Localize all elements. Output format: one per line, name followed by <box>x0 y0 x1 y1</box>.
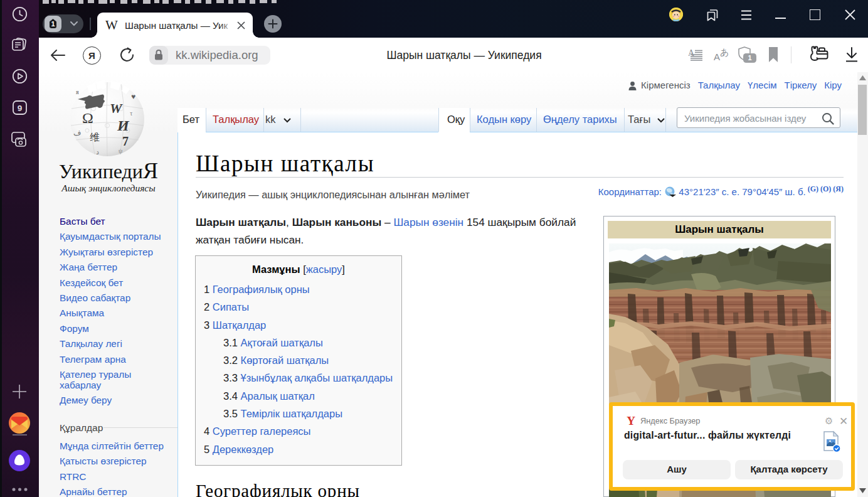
svg-text:ψ: ψ <box>119 147 123 154</box>
svg-text:W: W <box>110 100 123 116</box>
svg-text:あ: あ <box>720 47 729 57</box>
svg-text:τ: τ <box>130 109 133 117</box>
svg-text:♥: ♥ <box>131 92 135 101</box>
svg-text:ف: ف <box>73 129 81 137</box>
svg-text:A: A <box>714 51 720 62</box>
svg-text:9: 9 <box>18 104 23 113</box>
svg-text:د: د <box>96 148 99 156</box>
svg-text:И: И <box>117 117 130 134</box>
svg-text:7: 7 <box>122 134 129 148</box>
svg-text:维: 维 <box>90 132 100 142</box>
svg-text:я: я <box>76 88 79 95</box>
svg-text:Ω: Ω <box>82 110 93 126</box>
svg-text:1: 1 <box>51 20 55 28</box>
